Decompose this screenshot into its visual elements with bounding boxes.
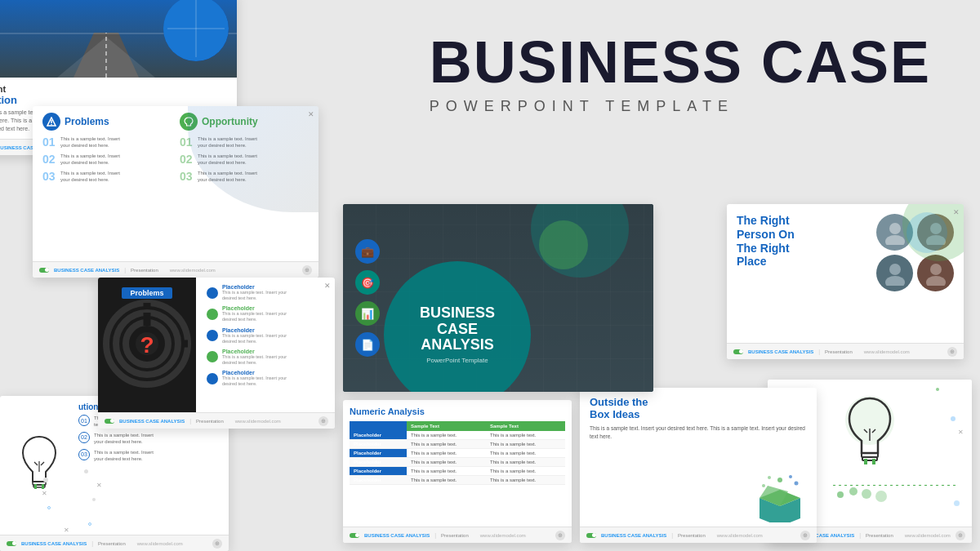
table-row: Placeholder This is a sample text. This … [350, 467, 565, 476]
svg-point-9 [51, 124, 52, 126]
problems-icon [42, 113, 60, 131]
main-slide-subtitle: PowerPoint Template [426, 357, 488, 364]
slide-problems-maze: ✕ ? [98, 278, 335, 429]
ph-circle-1 [207, 287, 218, 299]
solution-row-3: 03 This is a sample text. Insertyour des… [78, 449, 222, 463]
table-header-row: Sample Text Sample Text [350, 421, 565, 431]
lightbulb-svg [15, 433, 64, 498]
chart-icon: 📊 [355, 301, 380, 326]
toggle-switch-2 [39, 268, 49, 273]
svg-rect-40 [864, 459, 867, 464]
slide-footer-2: BUSINESS CASE ANALYSIS | Presentation ww… [33, 261, 318, 278]
slide-footer-maze: BUSINESS CASE ANALYSIS | Presentation ww… [98, 412, 335, 429]
close-button-right[interactable]: ✕ [953, 208, 960, 216]
slide-footer-bottom-left: BUSINESS CASE ANALYSIS | Presentation ww… [0, 535, 229, 551]
outside-box-title: Outside the Box Ideas [590, 396, 807, 420]
lightbulb-area: ✕ ✕ ✕ [7, 402, 72, 528]
outside-box-text: This is a sample text. Insert your desir… [590, 424, 807, 441]
problem-row-2: 02 This is a sample text. Insertyour des… [42, 153, 172, 167]
svg-point-19 [795, 482, 799, 486]
placeholder-row-3: Placeholder This is a sample text. Inser… [207, 327, 328, 344]
ph-text-5: Placeholder This is a sample text. Inser… [222, 370, 328, 387]
svg-point-22 [889, 223, 901, 234]
slide-footer-right-top: BUSINESS CASE ANALYSIS | Presentation ww… [727, 343, 964, 359]
svg-rect-35 [34, 484, 37, 489]
close-button-maze[interactable]: ✕ [324, 282, 331, 290]
problems-overlay-title: Problems [98, 284, 196, 299]
col-header-1: Sample Text [407, 421, 486, 431]
right-person-title: The Right Person On The Right Place [737, 214, 868, 269]
main-slide-bg: 💼 🎯 📊 📄 BUSINESS CASE ANALYSIS PowerPoin… [343, 204, 653, 392]
svg-point-18 [768, 476, 771, 479]
placeholder-row-5: Placeholder This is a sample text. Inser… [207, 370, 328, 387]
brand-toggle-2 [39, 268, 49, 273]
slide-right-person: ✕ The Right Person On The Right Place [727, 204, 964, 359]
svg-rect-41 [872, 459, 875, 464]
slide-outside-box: Outside the Box Ideas This is a sample t… [580, 388, 817, 543]
footer-url-2: www.slidemodel.com [170, 268, 216, 273]
center-bulb [837, 392, 902, 477]
doc-icon: 📄 [355, 332, 380, 357]
svg-marker-1 [74, 33, 139, 78]
slide-numeric-analysis: Numeric Analysis Sample Text Sample Text… [343, 400, 572, 543]
ph-text-2: Placeholder This is a sample text. Inser… [222, 305, 328, 322]
table-row: Placeholder This is a sample text. This … [350, 431, 565, 440]
ph-circle-3 [207, 330, 218, 341]
ph-text-1: Placeholder This is a sample text. Inser… [222, 284, 328, 301]
maze-circle-container: ? [102, 299, 192, 392]
svg-point-29 [926, 276, 946, 286]
solution-num-3: 03 [78, 449, 90, 460]
ph-circle-2 [207, 309, 218, 320]
footer-label-2: Presentation [131, 268, 158, 273]
main-title-area: BUSINESS CASE POWERPOINT TEMPLATE [430, 33, 931, 115]
placeholder-row-1: Placeholder This is a sample text. Inser… [207, 284, 328, 301]
main-slide-title: BUSINESS CASE ANALYSIS [420, 305, 495, 353]
maze-right-panel: Placeholder This is a sample text. Inser… [200, 278, 335, 412]
svg-line-33 [34, 462, 38, 465]
briefcase-icon: 💼 [355, 239, 380, 264]
svg-point-17 [789, 475, 792, 478]
svg-point-23 [885, 235, 905, 245]
slide-center-main: 💼 🎯 📊 📄 BUSINESS CASE ANALYSIS PowerPoin… [343, 204, 653, 392]
green-bg-circle [539, 220, 588, 269]
svg-point-20 [762, 484, 765, 487]
maze-left-panel: ? Problems [98, 278, 196, 412]
slide-title: rrent uation [0, 84, 227, 106]
placeholder-row-2: Placeholder This is a sample text. Inser… [207, 305, 328, 322]
solution-row-2: 02 This is a sample text. Insertyour des… [78, 432, 222, 446]
outside-box-content: Outside the Box Ideas This is a sample t… [580, 388, 817, 527]
svg-rect-36 [42, 484, 44, 489]
main-title-line2: POWERPOINT TEMPLATE [430, 98, 931, 115]
table-row: Placeholder This is a sample text. This … [350, 476, 565, 485]
problem-row-1: 01 This is a sample text. Insertyour des… [42, 136, 172, 149]
slide-footer-outside-box: BUSINESS CASE ANALYSIS | Presentation ww… [580, 527, 817, 543]
col-header-2: Sample Text [486, 421, 565, 431]
open-box-icon [751, 473, 808, 522]
ph-circle-4 [207, 351, 218, 362]
bg-circle-decor [188, 106, 318, 212]
question-mark: ? [140, 332, 154, 358]
solution-num-2: 02 [78, 432, 90, 443]
right-person-text: The Right Person On The Right Place [737, 214, 868, 349]
bg-circle-blue [906, 212, 947, 253]
main-title-line1: BUSINESS CASE [430, 33, 931, 91]
slide-header-image [0, 0, 237, 78]
table-row: Placeholder This is a sample text. This … [350, 440, 565, 449]
numeric-content: Numeric Analysis Sample Text Sample Text… [343, 400, 572, 491]
icon-row: 💼 🎯 📊 📄 [355, 239, 380, 357]
svg-point-16 [777, 478, 782, 482]
svg-point-26 [889, 264, 901, 275]
numeric-table: Sample Text Sample Text Placeholder This… [350, 421, 565, 485]
table-row: Placeholder This is a sample text. This … [350, 458, 565, 467]
svg-line-34 [41, 462, 44, 465]
target-icon: 🎯 [355, 270, 380, 295]
page-background: BUSINESS CASE POWERPOINT TEMPLATE [0, 0, 980, 551]
problems-title: Problems [65, 116, 109, 127]
svg-point-28 [930, 264, 942, 275]
ph-text-3: Placeholder This is a sample text. Inser… [222, 327, 328, 344]
numeric-title: Numeric Analysis [350, 407, 565, 416]
problems-column: Problems 01 This is a sample text. Inser… [42, 113, 172, 186]
slide-footer-numeric: BUSINESS CASE ANALYSIS | Presentation ww… [343, 527, 572, 543]
close-button[interactable]: ✕ [308, 110, 314, 118]
svg-point-27 [885, 276, 905, 286]
